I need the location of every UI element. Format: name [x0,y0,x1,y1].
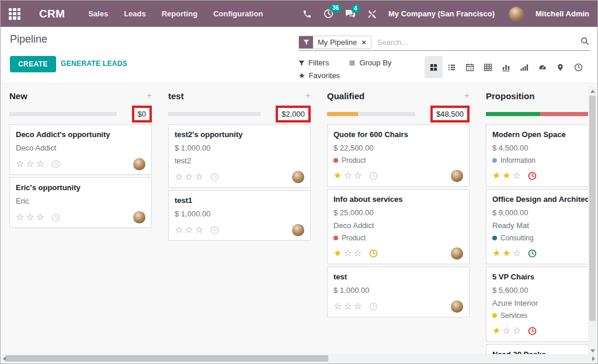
star-icon[interactable]: ☆ [343,170,353,180]
star-icon[interactable]: ★ [502,170,512,180]
view-kanban-button[interactable] [425,56,443,78]
kanban-card[interactable]: Quote for 600 Chairs $ 22,500.00 Product… [327,124,470,187]
star-icon[interactable]: ☆ [195,172,205,181]
menu-configuration[interactable]: Configuration [213,9,263,18]
star-icon[interactable]: ☆ [354,301,364,311]
star-icon[interactable]: ★ [333,248,343,258]
menu-leads[interactable]: Leads [124,9,146,18]
star-icon[interactable]: ★ [492,170,502,180]
group-by-button[interactable]: Group By [349,57,391,69]
star-icon[interactable]: ★ [492,248,502,258]
star-icon[interactable]: ☆ [175,225,185,235]
quick-add-icon[interactable]: + [464,91,470,100]
column-title[interactable]: Proposition [486,91,534,101]
star-icon[interactable]: ☆ [354,248,364,258]
avatar[interactable] [133,158,145,170]
star-icon[interactable]: ☆ [26,159,36,169]
phone-icon[interactable] [303,9,312,19]
avatar[interactable] [292,171,304,183]
kanban-card[interactable]: Eric's opportunity Eric ☆☆☆ [9,177,152,228]
activity-state-icon[interactable] [51,213,60,222]
scroll-down-arrow[interactable] [590,349,595,352]
scroll-up-arrow[interactable] [590,90,595,93]
column-progressbar[interactable] [9,112,117,116]
kanban-card[interactable]: 5 VP Chairs $ 5,600.00 Azure Interior Se… [486,267,597,342]
quick-add-icon[interactable]: + [305,91,311,100]
avatar[interactable] [133,211,145,223]
horizontal-scrollbar[interactable] [1,354,597,363]
quick-add-icon[interactable]: + [147,91,152,100]
star-icon[interactable]: ☆ [502,326,512,335]
star-icon[interactable]: ☆ [16,212,26,222]
menu-sales[interactable]: Sales [88,9,108,18]
star-icon[interactable]: ☆ [195,225,205,235]
activity-state-icon[interactable] [369,302,378,311]
star-icon[interactable]: ☆ [343,301,353,311]
activity-state-icon[interactable] [51,160,60,169]
star-icon[interactable]: ☆ [185,172,194,181]
app-title[interactable]: CRM [39,8,65,20]
user-avatar[interactable] [509,6,524,22]
kanban-card[interactable]: test $ 1,000.00 ☆☆☆ [327,267,470,317]
view-map-button[interactable] [551,56,569,78]
activity-state-icon[interactable] [210,173,219,181]
apps-menu-icon[interactable] [9,8,20,20]
user-name[interactable]: Mitchell Admin [536,9,589,18]
kanban-card[interactable]: test2's opportunity $ 1,000.00 test2 ☆☆☆ [168,124,311,188]
vertical-scrollbar[interactable] [588,87,597,355]
view-pivot-button[interactable] [479,56,497,78]
view-activity-button[interactable] [569,56,587,78]
search-icon[interactable] [580,37,589,48]
kanban-card[interactable]: Modern Open Space $ 4,500.00 Information… [486,124,597,187]
star-icon[interactable]: ★ [333,170,343,180]
tools-icon[interactable] [367,9,377,19]
star-icon[interactable]: ★ [492,326,502,335]
activity-state-icon[interactable] [528,249,537,258]
star-icon[interactable]: ☆ [513,326,523,335]
generate-leads-button[interactable]: GENERATE LEADS [61,60,127,68]
star-icon[interactable]: ☆ [36,159,46,169]
star-icon[interactable]: ☆ [333,301,343,311]
column-progressbar[interactable] [327,112,415,116]
vertical-scroll-thumb[interactable] [589,96,596,321]
view-graph-button[interactable] [497,56,515,78]
star-icon[interactable]: ☆ [513,170,523,180]
kanban-card[interactable]: Deco Addict's opportunity Deco Addict ☆☆… [9,124,152,175]
avatar[interactable] [451,247,463,260]
column-title[interactable]: test [168,91,184,101]
favorites-button[interactable]: ★ Favorites [298,69,340,82]
facet-remove-icon[interactable]: × [361,38,366,47]
star-icon[interactable]: ☆ [175,172,185,181]
star-icon[interactable]: ★ [502,248,512,258]
activity-state-icon[interactable] [369,249,378,258]
activity-state-icon[interactable] [528,327,537,335]
search-input[interactable] [377,38,580,47]
star-icon[interactable]: ☆ [343,248,353,258]
search-facet[interactable]: My Pipeline × [298,36,371,49]
activity-state-icon[interactable] [528,172,537,180]
column-progressbar[interactable] [486,112,597,116]
star-icon[interactable]: ☆ [185,225,194,235]
messages-icon[interactable]: 4 [345,9,356,19]
activity-state-icon[interactable] [210,226,219,235]
avatar[interactable] [292,224,304,236]
view-dashboard-button[interactable] [533,56,551,78]
view-list-button[interactable] [443,56,461,78]
menu-reporting[interactable]: Reporting [162,9,197,18]
star-icon[interactable]: ☆ [513,248,523,258]
view-calendar-button[interactable] [461,56,479,78]
kanban-card[interactable]: Office Design and Architectur $ 9,000.00… [486,189,597,264]
filters-button[interactable]: Filters [298,57,329,69]
column-title[interactable]: Qualified [327,91,364,101]
activities-icon[interactable]: 36 [324,9,333,19]
star-icon[interactable]: ☆ [16,159,26,169]
avatar[interactable] [451,170,463,182]
kanban-card[interactable]: test1 $ 1,000.00 ☆☆☆ [168,190,311,241]
view-cohort-button[interactable] [515,56,533,78]
column-progressbar[interactable] [168,112,260,116]
scroll-right-arrow[interactable] [592,356,595,361]
star-icon[interactable]: ☆ [26,212,36,222]
kanban-card[interactable]: Info about services $ 25,000.00 Deco Add… [327,189,470,264]
activity-state-icon[interactable] [369,172,378,180]
horizontal-scroll-thumb[interactable] [6,355,328,362]
